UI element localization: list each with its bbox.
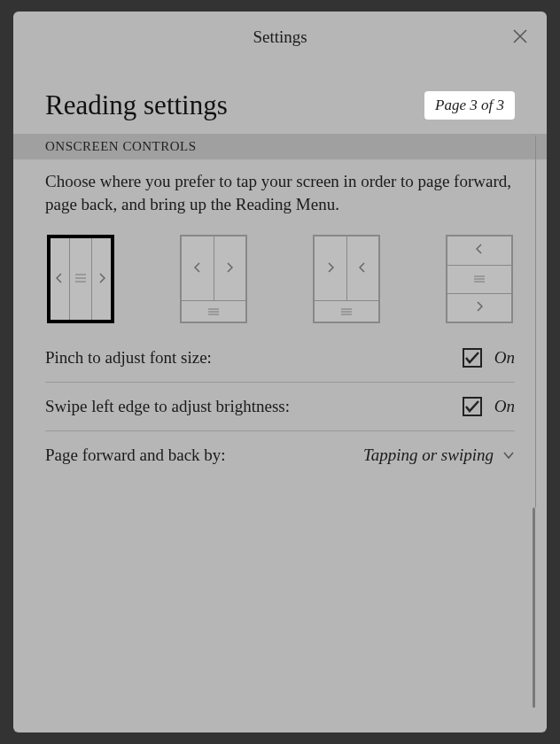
modal-title: Settings	[253, 27, 307, 47]
setting-page-method: Page forward and back by: Tapping or swi…	[45, 431, 515, 479]
layout-option-4[interactable]	[446, 235, 513, 323]
page-indicator-badge[interactable]: Page 3 of 3	[424, 91, 515, 120]
toggle-group: On	[463, 348, 515, 368]
menu-icon	[474, 273, 485, 285]
scrollbar[interactable]	[532, 136, 534, 708]
layout-region	[447, 294, 511, 322]
layout-option-2[interactable]	[180, 235, 247, 323]
layout-region	[214, 236, 246, 300]
layout-region	[70, 238, 93, 320]
check-icon	[465, 400, 479, 413]
setting-label: Swipe left edge to adjust brightness:	[45, 397, 290, 416]
select-value-text: Tapping or swiping	[363, 446, 494, 465]
layout-region	[447, 236, 511, 265]
menu-icon	[208, 306, 219, 318]
menu-icon	[75, 273, 86, 285]
checkbox-pinch-font[interactable]	[463, 348, 482, 368]
layout-option-1[interactable]	[47, 235, 114, 323]
scrollbar-track	[532, 136, 536, 508]
layout-region	[315, 236, 347, 300]
setting-label: Page forward and back by:	[45, 446, 226, 465]
setting-pinch-font: Pinch to adjust font size: On	[45, 334, 515, 383]
scrollbar-thumb[interactable]	[533, 508, 535, 708]
layout-region	[447, 266, 511, 294]
setting-swipe-brightness: Swipe left edge to adjust brightness: On	[45, 383, 515, 431]
setting-label: Pinch to adjust font size:	[45, 348, 212, 368]
settings-modal: Settings Reading settings Page 3 of 3 ON…	[13, 12, 547, 732]
toggle-state: On	[494, 397, 515, 416]
chevron-left-icon	[56, 273, 63, 286]
layout-region	[182, 300, 245, 322]
page-heading: Reading settings	[45, 89, 228, 121]
chevron-left-icon	[359, 262, 366, 275]
section-header: ONSCREEN CONTROLS	[13, 134, 547, 159]
layout-region	[51, 238, 70, 320]
layout-option-3[interactable]	[313, 235, 380, 323]
close-icon	[511, 27, 529, 45]
close-button[interactable]	[509, 26, 531, 47]
layout-region	[315, 300, 378, 322]
page-indicator-text: Page 3 of 3	[435, 97, 504, 113]
chevron-down-icon	[502, 451, 515, 460]
layout-options	[45, 235, 515, 323]
chevron-right-icon	[98, 273, 105, 286]
layout-region	[92, 238, 111, 320]
chevron-right-icon	[226, 262, 233, 275]
content: Reading settings Page 3 of 3 ONSCREEN CO…	[13, 89, 547, 479]
checkbox-swipe-brightness[interactable]	[463, 397, 482, 416]
toggle-group: On	[463, 397, 515, 416]
layout-region	[347, 236, 379, 300]
heading-row: Reading settings Page 3 of 3	[45, 89, 515, 121]
check-icon	[465, 352, 479, 364]
chevron-right-icon	[327, 262, 334, 275]
modal-header: Settings	[13, 12, 547, 63]
menu-icon	[341, 306, 352, 318]
layout-region	[182, 236, 214, 300]
page-method-select[interactable]: Tapping or swiping	[363, 446, 515, 465]
chevron-right-icon	[476, 301, 483, 314]
chevron-left-icon	[194, 262, 201, 275]
chevron-left-icon	[476, 244, 483, 257]
section-description: Choose where you prefer to tap your scre…	[45, 170, 515, 215]
toggle-state: On	[494, 348, 515, 368]
